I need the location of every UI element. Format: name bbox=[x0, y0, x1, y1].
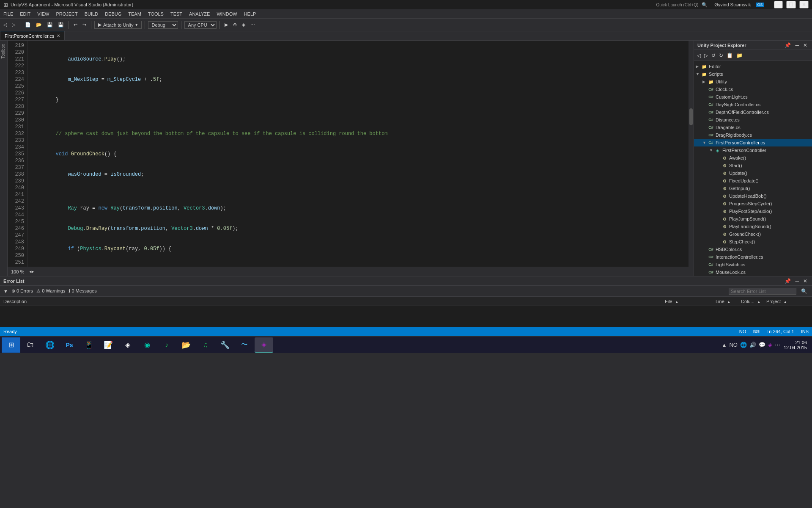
tree-fpc-class[interactable]: ▼ ◈ FirstPersonController bbox=[694, 146, 812, 154]
col-description[interactable]: Description bbox=[3, 299, 665, 304]
menu-debug[interactable]: DEBUG bbox=[102, 11, 125, 17]
tree-distance[interactable]: ▶ C# Distance.cs bbox=[694, 116, 812, 124]
spotify-taskbar[interactable]: ♪ bbox=[157, 337, 176, 353]
tree-playjumpsound[interactable]: ▶ ⚙ PlayJumpSound() bbox=[694, 215, 812, 223]
platform-dropdown[interactable]: Any CPU x86 x64 bbox=[184, 21, 217, 29]
pe-copy-button[interactable]: 📋 bbox=[725, 52, 734, 59]
tree-awake[interactable]: ▶ ⚙ Awake() bbox=[694, 154, 812, 162]
file-explorer-taskbar[interactable]: 🗂 bbox=[21, 337, 40, 353]
tree-stepcheck[interactable]: ▶ ⚙ StepCheck() bbox=[694, 238, 812, 246]
tree-editor[interactable]: ▶ 📁 Editor bbox=[694, 63, 812, 70]
toolbar-redo[interactable]: ↪ bbox=[81, 21, 88, 28]
pe-refresh2-button[interactable]: ↻ bbox=[718, 52, 724, 59]
toolbar-save-all[interactable]: 💾 bbox=[56, 21, 66, 28]
tree-fixedupdate[interactable]: ▶ ⚙ FixedUpdate() bbox=[694, 177, 812, 185]
pe-close-button[interactable]: ✕ bbox=[802, 41, 809, 49]
tab-firstpersoncontroller[interactable]: FirstPersonController.cs ✕ bbox=[0, 31, 65, 40]
vs-taskbar[interactable]: ◈ bbox=[255, 337, 273, 353]
toolbar-back[interactable]: ◁ bbox=[2, 21, 8, 28]
tree-customlight[interactable]: ▶ C# CustomLight.cs bbox=[694, 93, 812, 101]
tree-clock[interactable]: ▶ C# Clock.cs bbox=[694, 86, 812, 93]
code-editor[interactable]: 219 220 221 222 223 224 225 226 227 228 … bbox=[8, 41, 694, 276]
menu-test[interactable]: TEST bbox=[167, 11, 186, 17]
tree-updateheadbob[interactable]: ▶ ⚙ UpdateHeadBob() bbox=[694, 192, 812, 200]
tree-getinput[interactable]: ▶ ⚙ GetInput() bbox=[694, 185, 812, 192]
menu-edit[interactable]: EDIT bbox=[16, 11, 34, 17]
tree-playlandingsound[interactable]: ▶ ⚙ PlayLandingSound() bbox=[694, 223, 812, 230]
menu-project[interactable]: PROJECT bbox=[52, 11, 81, 17]
tree-dragrb[interactable]: ▶ C# DragRigidbody.cs bbox=[694, 131, 812, 139]
toolbar-misc1[interactable]: ⊕ bbox=[231, 21, 239, 28]
toolbar-play[interactable]: ▶ bbox=[223, 21, 230, 28]
start-button[interactable]: ⊞ bbox=[2, 337, 20, 353]
menu-team[interactable]: TEAM bbox=[125, 11, 145, 17]
col-project[interactable]: Project ▲ bbox=[766, 299, 809, 304]
tree-daynightcontroller[interactable]: ▶ C# DayNightController.cs bbox=[694, 101, 812, 108]
tree-start[interactable]: ▶ ⚙ Start() bbox=[694, 162, 812, 169]
notepad-taskbar[interactable]: 📝 bbox=[99, 337, 118, 353]
pe-refresh1-button[interactable]: ↺ bbox=[710, 52, 717, 59]
minimize-button[interactable]: ─ bbox=[774, 1, 783, 8]
menu-tools[interactable]: TOOLS bbox=[145, 11, 167, 17]
error-search-input[interactable] bbox=[729, 288, 796, 295]
debug-config-dropdown[interactable]: Debug Release bbox=[148, 21, 178, 29]
toolbox-label[interactable]: Toolbox bbox=[0, 42, 6, 60]
menu-view[interactable]: VIEW bbox=[34, 11, 52, 17]
photoshop-taskbar[interactable]: Ps bbox=[60, 337, 79, 353]
system-clock[interactable]: 21:06 12.04.2015 bbox=[784, 340, 807, 350]
toolbar-new[interactable]: 📄 bbox=[23, 21, 33, 28]
error-search-button[interactable]: 🔍 bbox=[800, 287, 809, 295]
tree-fpc[interactable]: ▼ C# FirstPersonController.cs bbox=[694, 139, 812, 146]
menu-window[interactable]: WINDOW bbox=[213, 11, 240, 17]
attach-to-unity-button[interactable]: ▶ Attach to Unity ▾ bbox=[94, 21, 142, 29]
toolbar-undo[interactable]: ↩ bbox=[72, 21, 79, 28]
toolbar-misc3[interactable]: ⋯ bbox=[249, 21, 257, 28]
browser-taskbar[interactable]: 🌐 bbox=[41, 337, 59, 353]
editor-scrollbar[interactable] bbox=[689, 41, 694, 267]
col-line[interactable]: Line ▲ bbox=[716, 299, 741, 304]
tree-utility[interactable]: ▶ 📁 Utility bbox=[694, 78, 812, 86]
app1-taskbar[interactable]: ◉ bbox=[138, 337, 156, 353]
tree-groundcheck[interactable]: ▶ ⚙ GroundCheck() bbox=[694, 230, 812, 238]
tree-playfootstepaudio[interactable]: ▶ ⚙ PlayFootStepAudio() bbox=[694, 207, 812, 215]
error-close-button[interactable]: ✕ bbox=[802, 277, 809, 285]
pe-back-button[interactable]: ◁ bbox=[696, 52, 702, 59]
error-minimize-button[interactable]: ─ bbox=[794, 277, 800, 285]
maximize-button[interactable]: ☐ bbox=[786, 1, 796, 8]
error-pin-button[interactable]: 📌 bbox=[783, 277, 792, 285]
toolbar-save[interactable]: 💾 bbox=[45, 21, 55, 28]
pe-forward-button[interactable]: ▷ bbox=[703, 52, 709, 59]
tree-hsbcolor[interactable]: ▶ C# HSBColor.cs bbox=[694, 246, 812, 253]
toolbar-misc2[interactable]: ◈ bbox=[240, 21, 247, 28]
tree-interactioncontroller[interactable]: ▶ C# InteractionController.cs bbox=[694, 253, 812, 261]
toolbar-forward[interactable]: ▷ bbox=[10, 21, 17, 28]
col-file[interactable]: File ▲ bbox=[665, 299, 716, 304]
tree-depthoffieldcontroller[interactable]: ▶ C# DepthOfFieldController.cs bbox=[694, 108, 812, 116]
tab-close-button[interactable]: ✕ bbox=[57, 33, 60, 38]
pe-minimize-button[interactable]: ─ bbox=[794, 41, 800, 49]
scroll-thumb[interactable] bbox=[689, 108, 693, 125]
menu-help[interactable]: HELP bbox=[241, 11, 260, 17]
code-area[interactable]: audioSource.Play(); m_NextStep = m_StepC… bbox=[28, 41, 689, 267]
close-button[interactable]: ✕ bbox=[799, 1, 809, 8]
menu-file[interactable]: FILE bbox=[0, 11, 16, 17]
tree-lightswitch[interactable]: ▶ C# LightSwitch.cs bbox=[694, 261, 812, 268]
tree-dragable[interactable]: ▶ C# Dragable.cs bbox=[694, 124, 812, 131]
pe-pin-button[interactable]: 📌 bbox=[783, 41, 792, 49]
unity-taskbar[interactable]: ◈ bbox=[118, 337, 137, 353]
pe-folder-button[interactable]: 📁 bbox=[735, 52, 744, 59]
wave-taskbar[interactable]: 〜 bbox=[235, 337, 254, 353]
menu-analyze[interactable]: ANALYZE bbox=[186, 11, 213, 17]
tree-scripts[interactable]: ▼ 📁 Scripts bbox=[694, 70, 812, 78]
col-column[interactable]: Colu... ▲ bbox=[741, 299, 766, 304]
menu-build[interactable]: BUILD bbox=[81, 11, 102, 17]
tree-mouselook[interactable]: ▶ C# MouseLook.cs bbox=[694, 268, 812, 276]
folder-taskbar[interactable]: 📂 bbox=[177, 337, 195, 353]
toolbar-open[interactable]: 📂 bbox=[34, 21, 44, 28]
tree-progressstepcycle[interactable]: ▶ ⚙ ProgressStepCycle() bbox=[694, 200, 812, 207]
phone-taskbar[interactable]: 📱 bbox=[80, 337, 98, 353]
error-filter-dropdown[interactable]: ▼ bbox=[3, 289, 8, 294]
music-taskbar[interactable]: ♫ bbox=[196, 337, 215, 353]
tool-taskbar[interactable]: 🔧 bbox=[216, 337, 234, 353]
tree-update[interactable]: ▶ ⚙ Update() bbox=[694, 169, 812, 177]
